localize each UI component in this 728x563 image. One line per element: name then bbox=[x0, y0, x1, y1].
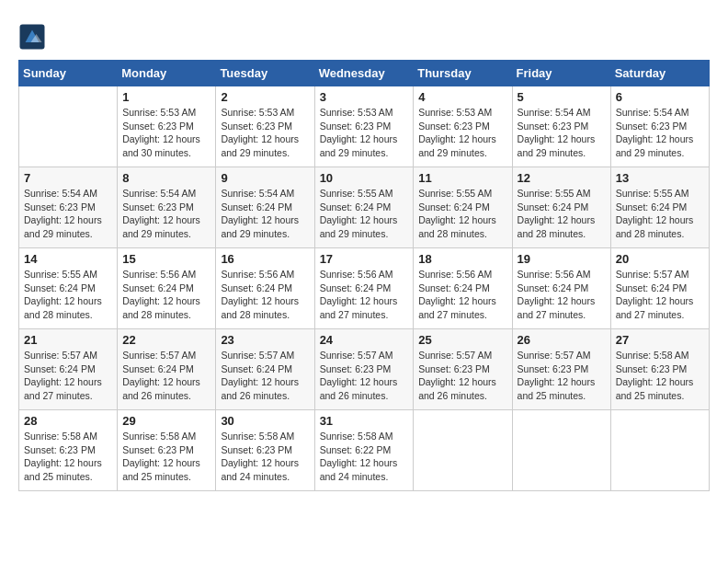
day-info: Sunrise: 5:57 AM Sunset: 6:23 PM Dayligh… bbox=[418, 349, 506, 403]
day-header-monday: Monday bbox=[118, 61, 216, 86]
day-info: Sunrise: 5:57 AM Sunset: 6:24 PM Dayligh… bbox=[24, 349, 112, 403]
day-number: 19 bbox=[518, 252, 606, 266]
day-number: 6 bbox=[616, 90, 704, 104]
day-number: 30 bbox=[221, 414, 309, 428]
day-number: 21 bbox=[24, 333, 112, 347]
day-number: 10 bbox=[320, 171, 409, 185]
day-info: Sunrise: 5:57 AM Sunset: 6:24 PM Dayligh… bbox=[221, 349, 309, 403]
calendar-cell: 13Sunrise: 5:55 AM Sunset: 6:24 PM Dayli… bbox=[610, 167, 709, 248]
calendar-cell: 26Sunrise: 5:57 AM Sunset: 6:23 PM Dayli… bbox=[512, 329, 610, 410]
day-info: Sunrise: 5:58 AM Sunset: 6:23 PM Dayligh… bbox=[122, 430, 210, 484]
calendar-cell: 14Sunrise: 5:55 AM Sunset: 6:24 PM Dayli… bbox=[19, 248, 118, 329]
day-number: 3 bbox=[320, 90, 409, 104]
day-number: 24 bbox=[320, 333, 409, 347]
day-info: Sunrise: 5:54 AM Sunset: 6:24 PM Dayligh… bbox=[221, 187, 309, 241]
calendar-cell: 31Sunrise: 5:58 AM Sunset: 6:22 PM Dayli… bbox=[314, 410, 414, 491]
logo-icon bbox=[18, 23, 46, 51]
day-info: Sunrise: 5:56 AM Sunset: 6:24 PM Dayligh… bbox=[221, 268, 309, 322]
calendar-cell: 11Sunrise: 5:55 AM Sunset: 6:24 PM Dayli… bbox=[414, 167, 512, 248]
day-number: 9 bbox=[221, 171, 309, 185]
day-header-thursday: Thursday bbox=[414, 61, 512, 86]
calendar-cell bbox=[414, 410, 512, 491]
day-number: 29 bbox=[122, 414, 210, 428]
calendar-week-5: 28Sunrise: 5:58 AM Sunset: 6:23 PM Dayli… bbox=[19, 410, 710, 491]
calendar-cell: 28Sunrise: 5:58 AM Sunset: 6:23 PM Dayli… bbox=[19, 410, 118, 491]
day-info: Sunrise: 5:57 AM Sunset: 6:23 PM Dayligh… bbox=[320, 349, 409, 403]
day-number: 27 bbox=[616, 333, 704, 347]
calendar-body: 1Sunrise: 5:53 AM Sunset: 6:23 PM Daylig… bbox=[19, 86, 710, 491]
calendar-cell: 16Sunrise: 5:56 AM Sunset: 6:24 PM Dayli… bbox=[216, 248, 314, 329]
day-number: 5 bbox=[518, 90, 606, 104]
day-info: Sunrise: 5:56 AM Sunset: 6:24 PM Dayligh… bbox=[320, 268, 409, 322]
calendar-cell: 10Sunrise: 5:55 AM Sunset: 6:24 PM Dayli… bbox=[314, 167, 414, 248]
day-info: Sunrise: 5:53 AM Sunset: 6:23 PM Dayligh… bbox=[122, 106, 210, 160]
calendar-week-3: 14Sunrise: 5:55 AM Sunset: 6:24 PM Dayli… bbox=[19, 248, 710, 329]
calendar-header: SundayMondayTuesdayWednesdayThursdayFrid… bbox=[19, 61, 710, 86]
calendar-cell: 4Sunrise: 5:53 AM Sunset: 6:23 PM Daylig… bbox=[414, 86, 512, 167]
day-number: 16 bbox=[221, 252, 309, 266]
day-number: 17 bbox=[320, 252, 409, 266]
day-info: Sunrise: 5:54 AM Sunset: 6:23 PM Dayligh… bbox=[122, 187, 210, 241]
day-info: Sunrise: 5:58 AM Sunset: 6:23 PM Dayligh… bbox=[24, 430, 112, 484]
day-info: Sunrise: 5:55 AM Sunset: 6:24 PM Dayligh… bbox=[418, 187, 506, 241]
day-info: Sunrise: 5:54 AM Sunset: 6:23 PM Dayligh… bbox=[518, 106, 606, 160]
day-number: 20 bbox=[616, 252, 704, 266]
calendar-cell: 30Sunrise: 5:58 AM Sunset: 6:23 PM Dayli… bbox=[216, 410, 314, 491]
calendar-cell: 8Sunrise: 5:54 AM Sunset: 6:23 PM Daylig… bbox=[118, 167, 216, 248]
calendar-table: SundayMondayTuesdayWednesdayThursdayFrid… bbox=[18, 60, 710, 491]
day-info: Sunrise: 5:55 AM Sunset: 6:24 PM Dayligh… bbox=[24, 268, 112, 322]
day-info: Sunrise: 5:58 AM Sunset: 6:23 PM Dayligh… bbox=[221, 430, 309, 484]
day-headers-row: SundayMondayTuesdayWednesdayThursdayFrid… bbox=[19, 61, 710, 86]
day-header-wednesday: Wednesday bbox=[314, 61, 414, 86]
day-number: 26 bbox=[518, 333, 606, 347]
day-number: 22 bbox=[122, 333, 210, 347]
day-number: 31 bbox=[320, 414, 409, 428]
calendar-week-1: 1Sunrise: 5:53 AM Sunset: 6:23 PM Daylig… bbox=[19, 86, 710, 167]
calendar-cell: 2Sunrise: 5:53 AM Sunset: 6:23 PM Daylig… bbox=[216, 86, 314, 167]
calendar-cell: 6Sunrise: 5:54 AM Sunset: 6:23 PM Daylig… bbox=[610, 86, 709, 167]
calendar-cell: 5Sunrise: 5:54 AM Sunset: 6:23 PM Daylig… bbox=[512, 86, 610, 167]
calendar-cell: 24Sunrise: 5:57 AM Sunset: 6:23 PM Dayli… bbox=[314, 329, 414, 410]
day-info: Sunrise: 5:54 AM Sunset: 6:23 PM Dayligh… bbox=[616, 106, 704, 160]
calendar-cell bbox=[19, 86, 118, 167]
calendar-cell: 23Sunrise: 5:57 AM Sunset: 6:24 PM Dayli… bbox=[216, 329, 314, 410]
calendar-cell: 12Sunrise: 5:55 AM Sunset: 6:24 PM Dayli… bbox=[512, 167, 610, 248]
calendar-week-4: 21Sunrise: 5:57 AM Sunset: 6:24 PM Dayli… bbox=[19, 329, 710, 410]
calendar-cell: 20Sunrise: 5:57 AM Sunset: 6:24 PM Dayli… bbox=[610, 248, 709, 329]
calendar-cell: 22Sunrise: 5:57 AM Sunset: 6:24 PM Dayli… bbox=[118, 329, 216, 410]
day-number: 15 bbox=[122, 252, 210, 266]
day-header-sunday: Sunday bbox=[19, 61, 118, 86]
calendar-week-2: 7Sunrise: 5:54 AM Sunset: 6:23 PM Daylig… bbox=[19, 167, 710, 248]
day-info: Sunrise: 5:55 AM Sunset: 6:24 PM Dayligh… bbox=[616, 187, 704, 241]
day-info: Sunrise: 5:53 AM Sunset: 6:23 PM Dayligh… bbox=[221, 106, 309, 160]
day-number: 18 bbox=[418, 252, 506, 266]
day-number: 4 bbox=[418, 90, 506, 104]
day-header-saturday: Saturday bbox=[610, 61, 709, 86]
day-info: Sunrise: 5:56 AM Sunset: 6:24 PM Dayligh… bbox=[418, 268, 506, 322]
calendar-cell: 17Sunrise: 5:56 AM Sunset: 6:24 PM Dayli… bbox=[314, 248, 414, 329]
day-number: 12 bbox=[518, 171, 606, 185]
calendar-cell bbox=[512, 410, 610, 491]
calendar-cell: 27Sunrise: 5:58 AM Sunset: 6:23 PM Dayli… bbox=[610, 329, 709, 410]
day-info: Sunrise: 5:56 AM Sunset: 6:24 PM Dayligh… bbox=[518, 268, 606, 322]
day-number: 25 bbox=[418, 333, 506, 347]
calendar-cell: 25Sunrise: 5:57 AM Sunset: 6:23 PM Dayli… bbox=[414, 329, 512, 410]
day-info: Sunrise: 5:54 AM Sunset: 6:23 PM Dayligh… bbox=[24, 187, 112, 241]
day-number: 11 bbox=[418, 171, 506, 185]
day-info: Sunrise: 5:57 AM Sunset: 6:24 PM Dayligh… bbox=[122, 349, 210, 403]
day-info: Sunrise: 5:56 AM Sunset: 6:24 PM Dayligh… bbox=[122, 268, 210, 322]
calendar-cell: 1Sunrise: 5:53 AM Sunset: 6:23 PM Daylig… bbox=[118, 86, 216, 167]
day-number: 23 bbox=[221, 333, 309, 347]
calendar-cell bbox=[610, 410, 709, 491]
day-number: 7 bbox=[24, 171, 112, 185]
day-number: 1 bbox=[122, 90, 210, 104]
day-number: 8 bbox=[122, 171, 210, 185]
day-info: Sunrise: 5:53 AM Sunset: 6:23 PM Dayligh… bbox=[320, 106, 409, 160]
calendar-cell: 3Sunrise: 5:53 AM Sunset: 6:23 PM Daylig… bbox=[314, 86, 414, 167]
day-number: 14 bbox=[24, 252, 112, 266]
calendar-cell: 9Sunrise: 5:54 AM Sunset: 6:24 PM Daylig… bbox=[216, 167, 314, 248]
day-header-friday: Friday bbox=[512, 61, 610, 86]
calendar-cell: 19Sunrise: 5:56 AM Sunset: 6:24 PM Dayli… bbox=[512, 248, 610, 329]
day-info: Sunrise: 5:55 AM Sunset: 6:24 PM Dayligh… bbox=[320, 187, 409, 241]
day-info: Sunrise: 5:58 AM Sunset: 6:23 PM Dayligh… bbox=[616, 349, 704, 403]
